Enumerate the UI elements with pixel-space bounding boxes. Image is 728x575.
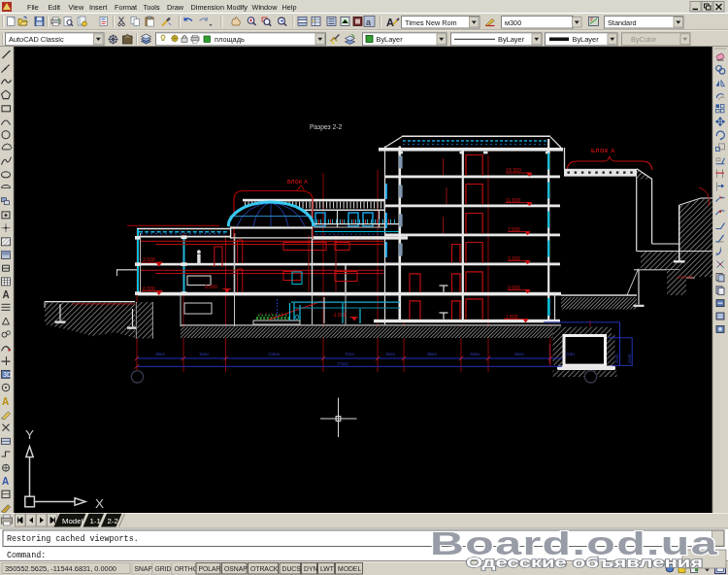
svg-text:ByLayer: ByLayer [573, 35, 600, 44]
svg-text:Одесские объявления: Одесские объявления [466, 555, 703, 570]
svg-text:Restoring cached viewports.: Restoring cached viewports. [7, 534, 139, 544]
svg-text:Tools: Tools [144, 3, 160, 12]
svg-text:0.000: 0.000 [508, 285, 520, 290]
svg-text:Help: Help [282, 3, 297, 12]
svg-text:Times New Rom: Times New Rom [405, 18, 457, 27]
svg-text:77542: 77542 [337, 361, 349, 366]
svg-text:Model: Model [62, 517, 83, 525]
svg-text:11.800: 11.800 [506, 197, 521, 203]
svg-text:9600: 9600 [427, 352, 437, 356]
svg-text:ORTHO: ORTHO [175, 565, 198, 572]
svg-text:БЛОК А: БЛОК А [287, 179, 308, 185]
svg-text:3.200: 3.200 [508, 255, 520, 261]
svg-text:3D: 3D [3, 371, 12, 378]
svg-text:2540: 2540 [614, 354, 619, 363]
svg-text:6600: 6600 [514, 352, 524, 356]
svg-text:1-1: 1-1 [90, 517, 101, 525]
svg-text:DUCS: DUCS [282, 565, 302, 572]
svg-text:0.000: 0.000 [205, 284, 217, 289]
svg-text:7500: 7500 [345, 352, 354, 356]
svg-text:БЛОК А: БЛОК А [591, 148, 615, 153]
svg-text:15.300: 15.300 [506, 167, 521, 173]
svg-text:Edit: Edit [49, 3, 61, 12]
svg-text:3000: 3000 [199, 352, 209, 356]
svg-text:Insert: Insert [89, 3, 107, 12]
svg-text:Modify: Modify [227, 3, 248, 12]
svg-text:2240: 2240 [627, 354, 632, 363]
svg-text:7.600: 7.600 [508, 226, 520, 232]
svg-text:File: File [27, 3, 39, 12]
svg-text:4797.93: 4797.93 [678, 275, 693, 280]
svg-text:ByLayer: ByLayer [498, 35, 525, 44]
svg-text:площадь: площадь [215, 35, 245, 44]
svg-text:POLAR: POLAR [199, 565, 221, 572]
svg-text:0.000: 0.000 [143, 286, 155, 291]
svg-text:Разрез 2-2: Разрез 2-2 [310, 123, 343, 131]
svg-text:A: A [2, 396, 9, 407]
svg-text:350552.5625, -11544.6831, 0.00: 350552.5625, -11544.6831, 0.0000 [5, 564, 116, 573]
svg-text:Draw: Draw [167, 3, 184, 12]
svg-text:Y: Y [25, 427, 34, 442]
svg-text:SNAP: SNAP [135, 565, 153, 572]
svg-text:3.600: 3.600 [143, 256, 155, 262]
svg-text:Window: Window [252, 3, 279, 12]
svg-text:Dimension: Dimension [191, 3, 224, 12]
svg-text:-1.500: -1.500 [332, 312, 347, 318]
svg-text:MODEL: MODEL [338, 565, 361, 572]
svg-text:3040: 3040 [470, 352, 480, 356]
svg-text:4800: 4800 [155, 352, 165, 356]
svg-text:OTRACK: OTRACK [250, 565, 279, 572]
svg-text:LWT: LWT [320, 565, 334, 572]
svg-text:A: A [386, 17, 394, 28]
svg-text:Command:: Command: [7, 551, 46, 560]
svg-text:A: A [2, 476, 9, 487]
svg-text:2540: 2540 [565, 352, 575, 356]
svg-text:м300: м300 [505, 18, 521, 27]
svg-text:DYN: DYN [304, 565, 317, 572]
svg-text:OSNAP: OSNAP [224, 565, 248, 572]
svg-text:View: View [69, 3, 84, 12]
svg-text:ByColor: ByColor [631, 35, 657, 44]
svg-text:-1.800: -1.800 [504, 314, 518, 320]
svg-text:ByLayer: ByLayer [377, 35, 404, 44]
svg-text:A: A [3, 289, 10, 300]
svg-text:GRID: GRID [155, 565, 172, 572]
svg-text:12000: 12000 [268, 352, 281, 356]
svg-text:Standard: Standard [608, 18, 637, 27]
svg-text:Format: Format [115, 3, 137, 12]
svg-text:2-2: 2-2 [108, 517, 118, 525]
svg-text:a: a [366, 17, 371, 27]
svg-text:3000: 3000 [385, 352, 395, 356]
svg-text:AutoCAD Classic: AutoCAD Classic [9, 35, 64, 44]
svg-text:X: X [95, 496, 104, 511]
